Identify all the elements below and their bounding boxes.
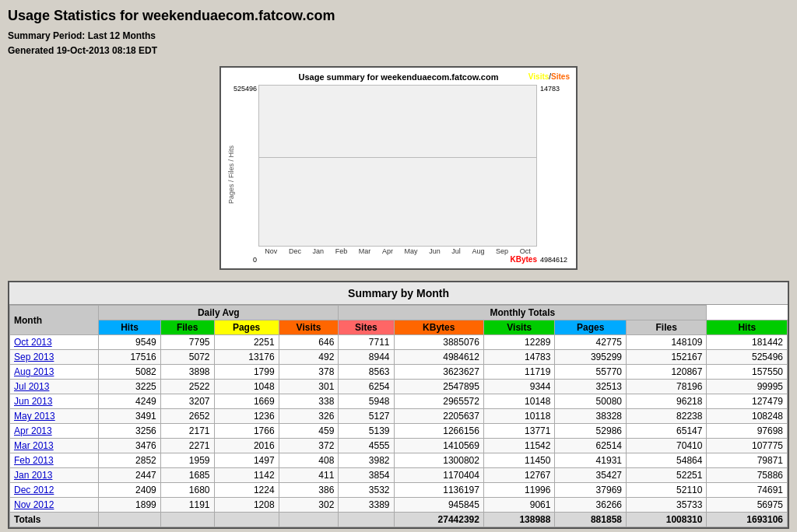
hits2-cell: 74691 (707, 483, 788, 498)
table-row: Jul 2013 3225 2522 1048 301 6254 2547895… (10, 380, 788, 394)
hits2-cell: 99995 (707, 380, 788, 394)
month-cell[interactable]: Dec 2012 (10, 483, 99, 498)
hits-cell: 17516 (99, 350, 161, 365)
visits-cell: 372 (279, 439, 339, 453)
totals-pages-empty (214, 513, 279, 527)
month-link: Nov 2012 (14, 499, 54, 510)
files2-cell: 96218 (626, 394, 706, 409)
files2-cell: 65147 (626, 424, 706, 439)
files2-cell: 70410 (626, 439, 706, 453)
files-cell: 3207 (160, 394, 214, 409)
pages-cell: 1766 (214, 424, 279, 439)
month-cell[interactable]: Apr 2013 (10, 424, 99, 439)
hits2-cell: 107775 (707, 439, 788, 453)
hits-cell: 5082 (99, 365, 161, 380)
files-cell: 1959 (160, 453, 214, 468)
pages2-cell: 36266 (555, 498, 627, 513)
sites-cell: 6254 (339, 380, 394, 394)
hits2-cell: 181442 (707, 335, 788, 350)
month-cell[interactable]: Aug 2013 (10, 365, 99, 380)
sites-cell: 4555 (339, 439, 394, 453)
kbytes-cell: 1266156 (394, 424, 483, 439)
files-cell: 1685 (160, 468, 214, 483)
visits2-cell: 12767 (483, 468, 555, 483)
month-cell[interactable]: Feb 2013 (10, 453, 99, 468)
files2-cell: 52110 (626, 483, 706, 498)
kbytes-cell: 2547895 (394, 380, 483, 394)
kbytes-cell: 1300802 (394, 453, 483, 468)
hits-cell: 3476 (99, 439, 161, 453)
pages-cell: 1799 (214, 365, 279, 380)
month-cell[interactable]: Jan 2013 (10, 468, 99, 483)
hits2-cell: 127479 (707, 394, 788, 409)
totals-row: Totals 27442392 138988 881858 1008310 16… (10, 513, 788, 527)
month-link: Feb 2013 (14, 455, 54, 466)
pages2-cell: 41931 (555, 453, 627, 468)
month-link: Oct 2013 (14, 337, 52, 348)
hits2-cell: 525496 (707, 350, 788, 365)
kbytes-col-header: KBytes (394, 320, 483, 335)
month-cell[interactable]: Jun 2013 (10, 394, 99, 409)
totals-hits-empty (99, 513, 161, 527)
visits2-cell: 9344 (483, 380, 555, 394)
files-cell: 7795 (160, 335, 214, 350)
x-axis-labels: NovDecJanFebMarAprMayJunJulAugSepOct (258, 247, 537, 255)
hits-cell: 3225 (99, 380, 161, 394)
month-cell[interactable]: Mar 2013 (10, 439, 99, 453)
month-link: May 2013 (14, 411, 55, 422)
hits-cell: 3491 (99, 409, 161, 424)
visits2-cell: 11450 (483, 453, 555, 468)
totals-hits2: 1693106 (707, 513, 788, 527)
hits2-cell: 108248 (707, 409, 788, 424)
hits2-cell: 157550 (707, 365, 788, 380)
table-row: Apr 2013 3256 2171 1766 459 5139 1266156… (10, 424, 788, 439)
totals-visits2: 138988 (483, 513, 555, 527)
visits2-cell: 14783 (483, 350, 555, 365)
month-cell[interactable]: May 2013 (10, 409, 99, 424)
totals-files2: 1008310 (626, 513, 706, 527)
pages2-col-header: Pages (555, 320, 627, 335)
visits2-cell: 12289 (483, 335, 555, 350)
sites-cell: 3854 (339, 468, 394, 483)
y-axis-left-bottom: 0 (227, 256, 257, 264)
month-link: Jun 2013 (14, 396, 52, 407)
sites-cell: 7711 (339, 335, 394, 350)
month-cell[interactable]: Oct 2013 (10, 335, 99, 350)
month-cell[interactable]: Nov 2012 (10, 498, 99, 513)
files2-cell: 82238 (626, 409, 706, 424)
files-cell: 5072 (160, 350, 214, 365)
pages-cell: 2016 (214, 439, 279, 453)
month-cell[interactable]: Sep 2013 (10, 350, 99, 365)
totals-files-empty (160, 513, 214, 527)
hits-cell: 3256 (99, 424, 161, 439)
hits-cell: 2409 (99, 483, 161, 498)
sites-cell: 5127 (339, 409, 394, 424)
hits-cell: 2852 (99, 453, 161, 468)
visits-cell: 338 (279, 394, 339, 409)
pages-cell: 1208 (214, 498, 279, 513)
totals-label: Totals (10, 513, 99, 527)
generated-date: Generated 19-Oct-2013 08:18 EDT (8, 44, 789, 58)
month-link: Sep 2013 (14, 352, 54, 362)
table-row: Aug 2013 5082 3898 1799 378 8563 3623627… (10, 365, 788, 380)
month-cell[interactable]: Jul 2013 (10, 380, 99, 394)
monthly-totals-header: Monthly Totals (339, 306, 707, 320)
files2-cell: 52251 (626, 468, 706, 483)
visits2-cell: 13771 (483, 424, 555, 439)
visits-cell: 378 (279, 365, 339, 380)
hits-cell: 4249 (99, 394, 161, 409)
table-row: Mar 2013 3476 2271 2016 372 4555 1410569… (10, 439, 788, 453)
kbytes-cell: 945845 (394, 498, 483, 513)
month-link: Dec 2012 (14, 485, 54, 495)
hits2-cell: 79871 (707, 453, 788, 468)
y-axis-right-bottom: 4984612 (540, 256, 570, 264)
table-row: May 2013 3491 2652 1236 326 5127 2205637… (10, 409, 788, 424)
files-cell: 2171 (160, 424, 214, 439)
visits2-cell: 11996 (483, 483, 555, 498)
visits-cell: 492 (279, 350, 339, 365)
chart-box: Usage summary for weekenduaecom.fatcow.c… (219, 66, 578, 270)
hits2-cell: 97698 (707, 424, 788, 439)
files-cell: 2522 (160, 380, 214, 394)
files-cell: 1680 (160, 483, 214, 498)
visits2-col-header: Visits (483, 320, 555, 335)
